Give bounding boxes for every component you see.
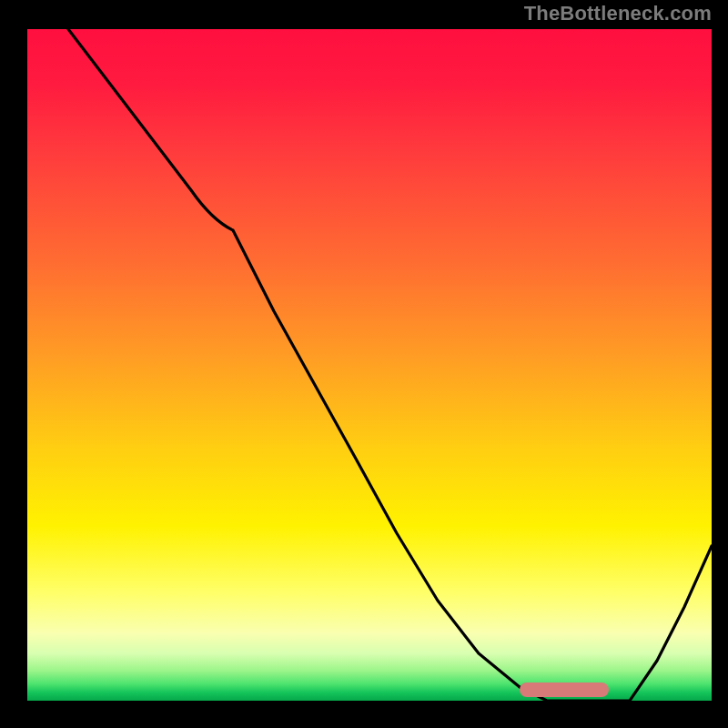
- bottleneck-curve: [27, 29, 712, 701]
- attribution-label: TheBottleneck.com: [524, 2, 712, 25]
- plot-area: [27, 29, 712, 701]
- chart-frame: TheBottleneck.com: [0, 0, 728, 728]
- bottleneck-curve-path: [68, 29, 712, 701]
- optimal-region-marker: [520, 682, 609, 697]
